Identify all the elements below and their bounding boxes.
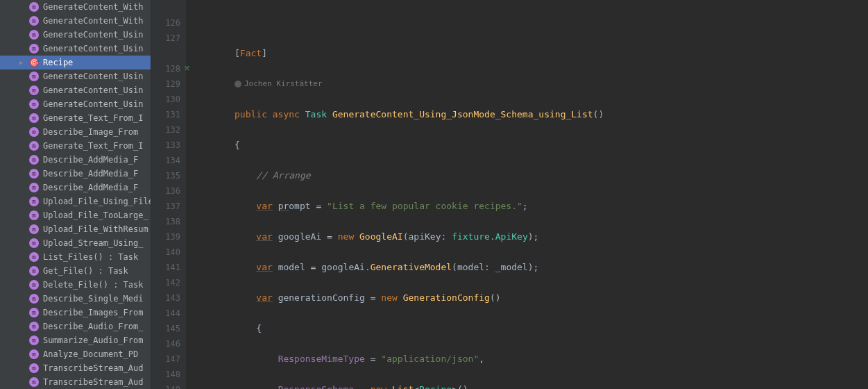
sidebar-item-delete-file-task[interactable]: mDelete_File() : Task xyxy=(0,278,151,292)
method-icon: m xyxy=(29,99,39,109)
sidebar-item-describe-addmedia-f[interactable]: mDescribe_AddMedia_F xyxy=(0,181,151,194)
chevron-right-icon[interactable]: ▶ xyxy=(19,59,25,66)
tree-label: Analyze_Document_PD xyxy=(43,349,138,359)
line-number[interactable]: 149 xyxy=(151,382,180,389)
tree-label: GenerateContent_Usin xyxy=(43,30,144,40)
kw-var: var xyxy=(256,292,272,303)
sidebar-item-generate-text-from-i[interactable]: mGenerate_Text_From_I xyxy=(0,111,151,125)
string-mime: "application/json" xyxy=(381,354,479,364)
line-number[interactable]: 139 xyxy=(151,229,180,245)
line-number[interactable]: 133 xyxy=(151,138,180,153)
line-number[interactable]: 137 xyxy=(151,199,180,214)
prop-mimetype: ResponseMimeType xyxy=(278,354,365,364)
sidebar-item-describe-addmedia-f[interactable]: mDescribe_AddMedia_F xyxy=(0,153,151,167)
method-icon: m xyxy=(29,30,39,40)
line-number[interactable]: 147 xyxy=(151,351,180,367)
param-model: model: xyxy=(457,262,490,272)
line-number[interactable]: 143 xyxy=(151,290,180,306)
line-number[interactable]: 140 xyxy=(151,245,180,260)
line-number[interactable]: 130 xyxy=(151,92,180,107)
bracket-open: [ xyxy=(235,48,240,58)
sidebar-item-transcribestream-aud[interactable]: mTranscribeStream_Aud xyxy=(0,375,151,389)
line-number[interactable]: 138 xyxy=(151,214,180,229)
tree-label: Describe_Audio_From_ xyxy=(43,322,144,331)
tree-label: GenerateContent_Usin xyxy=(43,99,144,109)
line-number[interactable]: 131 xyxy=(151,107,180,122)
bracket-close: ] xyxy=(262,48,267,58)
gutter: 126127128⤱129130131132133134135136137138… xyxy=(151,0,186,389)
method-icon: m xyxy=(29,363,39,373)
line-number[interactable]: 146 xyxy=(151,336,180,351)
line-number[interactable]: 135 xyxy=(151,168,180,183)
gutter-pad xyxy=(186,0,200,389)
tree-label: Describe_AddMedia_F xyxy=(43,183,138,192)
sidebar-item-generatecontent-usin[interactable]: mGenerateContent_Usin xyxy=(0,83,151,97)
attribute-fact: Fact xyxy=(240,48,262,58)
kw-var: var xyxy=(256,262,272,272)
line-number[interactable]: 134 xyxy=(151,153,180,168)
recipe-icon: 🎯 xyxy=(29,58,39,67)
line-number[interactable]: 136 xyxy=(151,183,180,199)
sidebar-item-describe-single-medi[interactable]: mDescribe_Single_Medi xyxy=(0,292,151,306)
method-icon: m xyxy=(29,155,39,165)
line-number[interactable]: 128⤱ xyxy=(151,61,180,76)
id-gencfg: generationConfig xyxy=(278,292,365,303)
tree-label: Upload_File_Using_File xyxy=(43,197,151,206)
method-icon: m xyxy=(29,197,39,206)
kw-async: async xyxy=(273,109,300,119)
line-number[interactable]: 126 xyxy=(151,15,180,31)
run-test-icon[interactable]: ⤱ xyxy=(184,61,190,76)
sidebar-item-list-files-task[interactable]: mList_Files() : Task xyxy=(0,250,151,264)
tree-label: GenerateContent_With xyxy=(43,16,144,26)
sidebar-item-generate-text-from-i[interactable]: mGenerate_Text_From_I xyxy=(0,139,151,153)
kw-var: var xyxy=(256,231,272,242)
method-icon: m xyxy=(29,141,39,151)
method-generativemodel: GenerativeModel xyxy=(371,262,452,272)
line-number[interactable]: 127 xyxy=(151,31,180,46)
tree-label: Describe_AddMedia_F xyxy=(43,155,138,165)
line-number[interactable]: 148 xyxy=(151,367,180,382)
tree-label: Upload_File_WithResum xyxy=(43,224,148,234)
line-number[interactable] xyxy=(151,0,180,15)
sidebar-item-upload-file-toolarge-[interactable]: mUpload_File_TooLarge_ xyxy=(0,208,151,222)
sidebar-item-generatecontent-usin[interactable]: mGenerateContent_Usin xyxy=(0,28,151,42)
sidebar-item-upload-file-withresum[interactable]: mUpload_File_WithResum xyxy=(0,222,151,236)
sidebar-item-describe-images-from[interactable]: mDescribe_Images_From xyxy=(0,306,151,320)
line-number[interactable]: 144 xyxy=(151,306,180,321)
sidebar-item-recipe[interactable]: ▶🎯Recipe xyxy=(0,56,151,69)
sidebar-item-describe-image-from[interactable]: mDescribe_Image_From xyxy=(0,125,151,139)
tree-label: Upload_File_TooLarge_ xyxy=(43,210,148,220)
sidebar-item-upload-stream-using-[interactable]: mUpload_Stream_Using_ xyxy=(0,236,151,250)
line-number[interactable] xyxy=(151,46,180,61)
sidebar-item-generatecontent-usin[interactable]: mGenerateContent_Usin xyxy=(0,69,151,83)
type-generationconfig: GenerationConfig xyxy=(403,292,490,303)
tree-label: Recipe xyxy=(43,58,73,67)
id-model: model xyxy=(278,262,305,272)
type-recipe: Recipe xyxy=(419,384,452,389)
sidebar-item-transcribestream-aud[interactable]: mTranscribeStream_Aud xyxy=(0,361,151,375)
line-number[interactable]: 142 xyxy=(151,275,180,290)
code-editor[interactable]: [Fact] Jochen Kirstätter public async Ta… xyxy=(200,0,868,389)
method-icon: m xyxy=(29,322,39,331)
type-googleai: GoogleAI xyxy=(359,231,403,242)
sidebar-item-generatecontent-with[interactable]: mGenerateContent_With xyxy=(0,0,151,14)
line-number[interactable]: 129 xyxy=(151,76,180,92)
tree-label: GenerateContent_Usin xyxy=(43,85,144,95)
method-icon: m xyxy=(29,238,39,248)
line-number[interactable]: 141 xyxy=(151,260,180,275)
sidebar-item-generatecontent-usin[interactable]: mGenerateContent_Usin xyxy=(0,97,151,111)
tree-label: Describe_AddMedia_F xyxy=(43,169,138,179)
sidebar-item-upload-file-using-file[interactable]: mUpload_File_Using_File xyxy=(0,194,151,208)
line-number[interactable]: 145 xyxy=(151,321,180,336)
sidebar-item-describe-addmedia-f[interactable]: mDescribe_AddMedia_F xyxy=(0,167,151,181)
method-icon: m xyxy=(29,294,39,304)
sidebar-item-describe-audio-from-[interactable]: mDescribe_Audio_From_ xyxy=(0,320,151,333)
sidebar-item-generatecontent-with[interactable]: mGenerateContent_With xyxy=(0,14,151,28)
sidebar-item-analyze-document-pd[interactable]: mAnalyze_Document_PD xyxy=(0,347,151,361)
method-icon: m xyxy=(29,252,39,262)
sidebar-item-generatecontent-usin[interactable]: mGenerateContent_Usin xyxy=(0,42,151,56)
sidebar-item-get-file-task[interactable]: mGet_File() : Task xyxy=(0,264,151,278)
line-number[interactable]: 132 xyxy=(151,122,180,138)
sidebar-item-summarize-audio-from[interactable]: mSummarize_Audio_From xyxy=(0,333,151,347)
method-icon: m xyxy=(29,2,39,12)
